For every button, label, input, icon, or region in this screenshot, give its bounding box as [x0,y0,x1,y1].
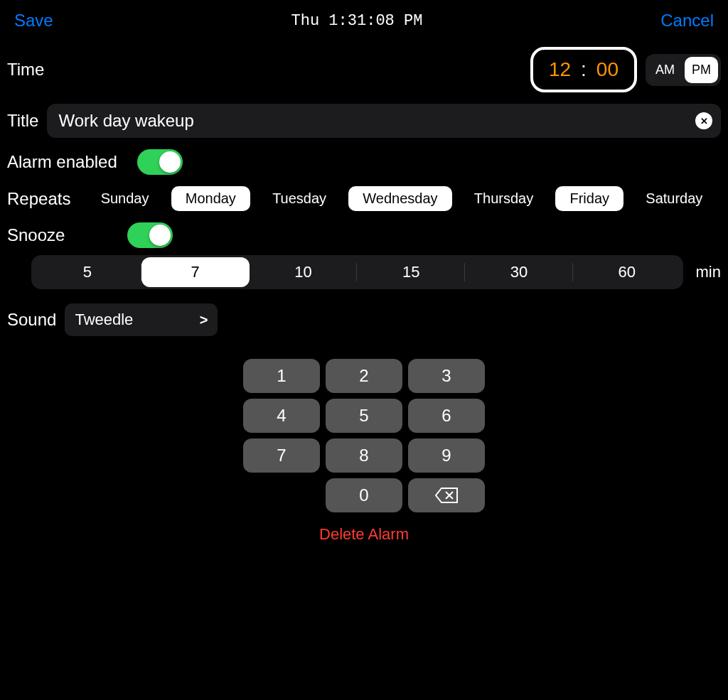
snooze-option-60[interactable]: 60 [573,257,681,287]
keypad-3[interactable]: 3 [408,359,485,393]
snooze-unit-label: min [696,263,721,281]
ampm-toggle[interactable]: AM PM [646,54,721,86]
keypad-6[interactable]: 6 [408,399,485,433]
day-toggle-wednesday[interactable]: Wednesday [348,186,451,211]
sound-label: Sound [7,310,56,330]
am-button[interactable]: AM [648,57,682,83]
day-toggle-monday[interactable]: Monday [171,186,250,211]
snooze-label: Snooze [7,225,65,245]
snooze-option-30[interactable]: 30 [465,257,573,287]
day-toggle-thursday[interactable]: Thursday [460,186,547,211]
time-separator: : [581,58,587,81]
time-label: Time [7,60,75,80]
time-hour[interactable]: 12 [543,57,577,82]
cancel-button[interactable]: Cancel [660,11,714,31]
keypad-7[interactable]: 7 [243,438,320,473]
backspace-icon [434,487,459,504]
time-minute[interactable]: 00 [591,57,624,82]
day-toggle-sunday[interactable]: Sunday [87,186,164,211]
pm-button[interactable]: PM [685,57,718,83]
snooze-option-10[interactable]: 10 [250,257,358,287]
keypad-backspace[interactable] [408,478,485,512]
keypad-0[interactable]: 0 [326,478,402,512]
sound-value: Tweedle [75,311,133,329]
toggle-knob [149,225,171,246]
snooze-option-7[interactable]: 7 [141,257,250,287]
keypad-1[interactable]: 1 [243,359,320,393]
chevron-right-icon: > [200,312,208,328]
keypad-4[interactable]: 4 [243,399,320,433]
delete-alarm-button[interactable]: Delete Alarm [319,525,409,544]
alarm-enabled-toggle[interactable] [137,149,183,175]
day-toggle-friday[interactable]: Friday [555,186,623,211]
keypad-9[interactable]: 9 [408,438,485,473]
alarm-enabled-label: Alarm enabled [7,152,117,172]
snooze-option-15[interactable]: 15 [357,257,465,287]
title-label: Title [7,111,38,131]
day-toggle-tuesday[interactable]: Tuesday [258,186,341,211]
number-keypad: 123 456 789 0 [243,359,485,512]
snooze-duration-segment[interactable]: 5710153060 [31,255,683,289]
keypad-5[interactable]: 5 [326,399,402,433]
keypad-8[interactable]: 8 [326,438,402,473]
toggle-knob [159,151,181,173]
snooze-toggle[interactable] [127,222,173,248]
time-picker[interactable]: 12 : 00 [530,47,637,92]
day-toggle-saturday[interactable]: Saturday [631,186,717,211]
close-icon: ✕ [700,116,708,126]
sound-selector[interactable]: Tweedle > [65,303,218,336]
title-input[interactable] [55,104,695,138]
header-clock: Thu 1:31:08 PM [291,12,423,30]
save-button[interactable]: Save [14,11,53,31]
snooze-option-5[interactable]: 5 [33,257,141,287]
keypad-2[interactable]: 2 [326,359,402,393]
clear-title-button[interactable]: ✕ [695,112,712,129]
repeats-label: Repeats [7,189,78,209]
